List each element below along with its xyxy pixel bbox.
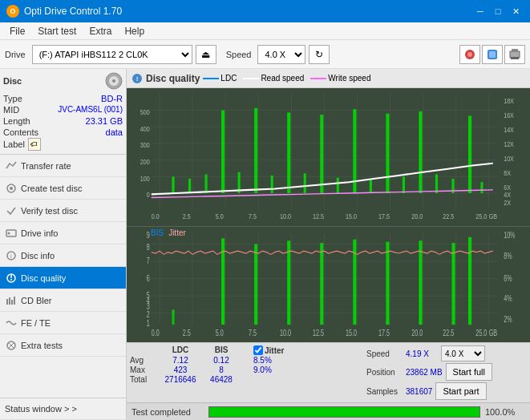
samples-label: Samples <box>366 387 403 396</box>
nav-disc-quality[interactable]: Disc quality <box>0 267 126 289</box>
status-window-button[interactable]: Status window > > <box>0 398 126 420</box>
svg-text:400: 400 <box>140 124 150 133</box>
toolbar-btn-1[interactable] <box>459 45 480 64</box>
window-controls: ─ □ ✕ <box>472 4 524 18</box>
start-full-button[interactable]: Start full <box>446 363 492 381</box>
toolbar: Drive (F:) ATAPI iHBS112 2 CL0K ⏏ Speed … <box>0 40 530 69</box>
nav-cd-bler[interactable]: CD Bler <box>0 289 126 312</box>
menu-help[interactable]: Help <box>118 24 151 38</box>
svg-rect-4 <box>510 51 520 58</box>
ldc-header: LDC <box>159 345 202 355</box>
svg-text:15.0: 15.0 <box>346 329 357 339</box>
drive-select[interactable]: (F:) ATAPI iHBS112 2 CL0K <box>32 45 192 64</box>
samples-row: Samples 381607 Start part <box>366 382 527 400</box>
svg-text:i: i <box>10 252 12 260</box>
nav-extra-tests[interactable]: Extra tests <box>0 334 126 357</box>
position-value: 23862 MB <box>406 368 443 377</box>
maximize-button[interactable]: □ <box>490 4 506 18</box>
progress-bar <box>208 406 480 418</box>
svg-text:GB: GB <box>489 329 498 339</box>
toolbar-btn-3[interactable] <box>504 45 525 64</box>
nav-transfer-rate[interactable]: Transfer rate <box>0 155 126 177</box>
svg-rect-81 <box>304 173 306 193</box>
svg-text:8X: 8X <box>504 168 511 177</box>
jitter-legend: Jitter <box>168 228 186 237</box>
svg-rect-78 <box>254 108 257 193</box>
svg-text:22.5: 22.5 <box>443 212 454 220</box>
jitter-checkbox[interactable] <box>253 345 263 355</box>
svg-text:8: 8 <box>147 243 150 252</box>
nav-create-test-disc[interactable]: Create test disc <box>0 177 126 200</box>
disc-info-icon: i <box>5 249 18 262</box>
position-row: Position 23862 MB Start full <box>366 363 527 381</box>
content-area: ! Disc quality LDC Read speed Write spee… <box>127 69 530 420</box>
toolbar-btn-2[interactable] <box>482 45 503 64</box>
status-bar: Test completed 100.0% <box>127 402 530 420</box>
svg-rect-5 <box>512 49 518 51</box>
menu-extra[interactable]: Extra <box>83 24 118 38</box>
svg-text:25.0: 25.0 <box>475 212 487 220</box>
svg-text:!: ! <box>136 75 139 83</box>
nav-drive-info[interactable]: Drive info <box>0 222 126 244</box>
progress-fill <box>209 407 479 417</box>
nav-fe-te[interactable]: FE / TE <box>0 312 126 334</box>
svg-text:5.0: 5.0 <box>216 212 224 220</box>
close-button[interactable]: ✕ <box>508 4 524 18</box>
toolbar-right-icons <box>459 45 525 64</box>
svg-text:300: 300 <box>140 140 150 149</box>
label-icon-button[interactable]: 🏷 <box>28 138 41 151</box>
eject-button[interactable]: ⏏ <box>196 45 216 64</box>
svg-rect-20 <box>9 297 10 305</box>
svg-rect-73 <box>172 176 174 193</box>
svg-text:7: 7 <box>147 256 150 266</box>
speed-row-select[interactable]: 4.0 X <box>441 345 485 361</box>
max-ldc: 423 <box>159 365 202 374</box>
disc-header: Disc <box>3 72 123 90</box>
total-ldc: 2716646 <box>159 375 202 384</box>
svg-text:22.5: 22.5 <box>443 329 454 339</box>
svg-rect-82 <box>320 115 323 193</box>
svg-rect-3 <box>489 51 496 58</box>
legend-read-speed: Read speed <box>243 74 304 83</box>
svg-rect-136 <box>172 310 174 325</box>
menu-bar: File Start test Extra Help <box>0 22 530 40</box>
app-title: Opti Drive Control 1.70 <box>24 6 122 17</box>
mid-value: JVC-AMS6L (001) <box>58 105 123 115</box>
title-bar-left: O Opti Drive Control 1.70 <box>6 5 122 18</box>
svg-text:18X: 18X <box>504 96 514 105</box>
svg-text:12.5: 12.5 <box>313 329 324 339</box>
avg-label: Avg <box>130 356 159 365</box>
menu-file[interactable]: File <box>3 24 31 38</box>
stats-right: Speed 4.19 X 4.0 X Position 23862 MB Sta… <box>366 345 527 400</box>
svg-rect-21 <box>11 300 13 305</box>
svg-rect-89 <box>435 175 438 193</box>
app-icon: O <box>6 5 19 18</box>
svg-text:2%: 2% <box>504 315 512 325</box>
minimize-button[interactable]: ─ <box>472 4 488 18</box>
svg-rect-145 <box>468 237 471 325</box>
disc-type-row: Type BD-R <box>3 93 123 104</box>
length-label: Length <box>3 116 30 126</box>
start-part-button[interactable]: Start part <box>435 382 486 400</box>
nav-disc-info[interactable]: i Disc info <box>0 244 126 267</box>
progress-text: 100.0% <box>485 407 525 417</box>
transfer-rate-icon <box>5 160 18 172</box>
svg-rect-88 <box>419 111 422 193</box>
svg-rect-140 <box>320 243 323 325</box>
svg-rect-92 <box>480 182 483 193</box>
svg-rect-142 <box>386 242 389 325</box>
contents-label: Contents <box>3 127 38 137</box>
svg-rect-85 <box>370 179 372 193</box>
chart2-svg: 9 8 7 6 5 4 3 2 1 10% 8% 6% 4% 2% 0.0 2.… <box>127 227 530 342</box>
refresh-button[interactable]: ↻ <box>309 45 330 64</box>
write-speed-legend-label: Write speed <box>328 74 370 83</box>
disc-quality-header: ! Disc quality LDC Read speed Write spee… <box>127 69 530 88</box>
svg-text:16X: 16X <box>504 111 514 119</box>
nav-verify-test-disc[interactable]: Verify test disc <box>0 200 126 222</box>
svg-text:200: 200 <box>140 157 150 166</box>
svg-text:9: 9 <box>147 232 150 241</box>
svg-rect-75 <box>205 175 208 193</box>
max-label: Max <box>130 365 159 374</box>
menu-start-test[interactable]: Start test <box>31 24 83 38</box>
speed-select[interactable]: 4.0 X <box>257 45 305 64</box>
